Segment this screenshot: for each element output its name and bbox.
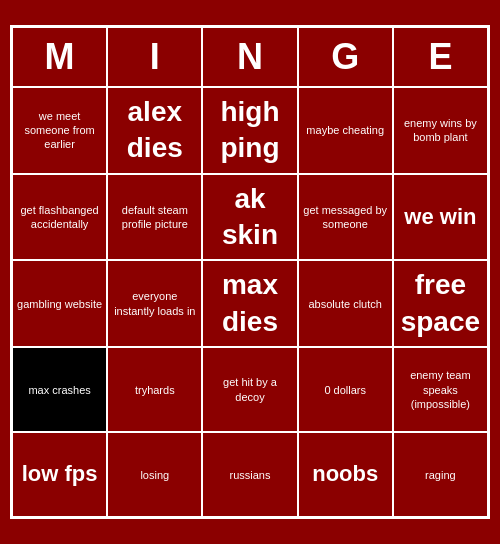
cell-12: max dies <box>202 260 297 347</box>
header-n: N <box>202 27 297 87</box>
cell-21: losing <box>107 432 202 517</box>
cell-11: everyone instantly loads in <box>107 260 202 347</box>
bingo-card: M I N G E we meet someone from earlieral… <box>10 25 490 519</box>
header-i: I <box>107 27 202 87</box>
cell-1: alex dies <box>107 87 202 174</box>
cell-8: get messaged by someone <box>298 174 393 261</box>
cell-13: absolute clutch <box>298 260 393 347</box>
header-g: G <box>298 27 393 87</box>
header-m: M <box>12 27 107 87</box>
bingo-grid: we meet someone from earlieralex dieshig… <box>12 87 488 517</box>
cell-6: default steam profile picture <box>107 174 202 261</box>
cell-20: low fps <box>12 432 107 517</box>
cell-2: high ping <box>202 87 297 174</box>
cell-16: tryhards <box>107 347 202 432</box>
cell-19: enemy team speaks (impossible) <box>393 347 488 432</box>
cell-10: gambling website <box>12 260 107 347</box>
cell-9: we win <box>393 174 488 261</box>
cell-3: maybe cheating <box>298 87 393 174</box>
header-e: E <box>393 27 488 87</box>
header-row: M I N G E <box>12 27 488 87</box>
cell-5: get flashbanged accidentally <box>12 174 107 261</box>
cell-7: ak skin <box>202 174 297 261</box>
cell-18: 0 dollars <box>298 347 393 432</box>
cell-22: russians <box>202 432 297 517</box>
cell-24: raging <box>393 432 488 517</box>
cell-4: enemy wins by bomb plant <box>393 87 488 174</box>
cell-14: free space <box>393 260 488 347</box>
cell-17: get hit by a decoy <box>202 347 297 432</box>
cell-23: noobs <box>298 432 393 517</box>
cell-0: we meet someone from earlier <box>12 87 107 174</box>
cell-15: max crashes <box>12 347 107 432</box>
